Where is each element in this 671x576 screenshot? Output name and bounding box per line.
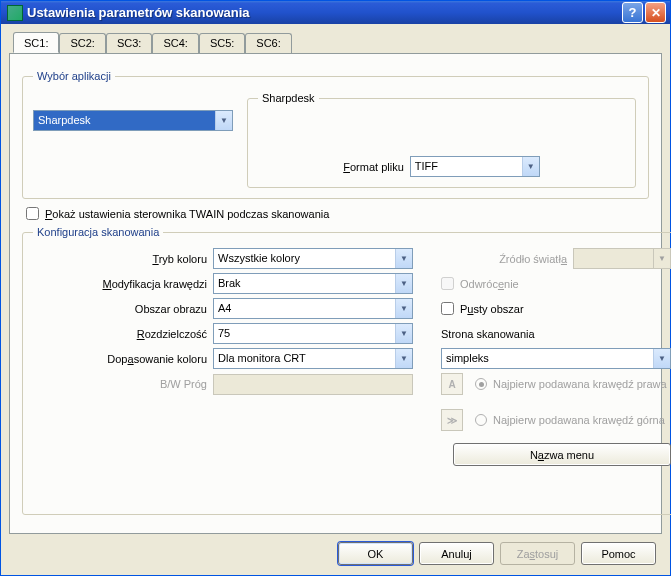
twain-checkbox[interactable] <box>26 207 39 220</box>
label-image-area: Obszar obrazu <box>33 303 213 315</box>
tab-sc6[interactable]: SC6: <box>245 33 291 54</box>
empty-area-checkbox[interactable] <box>441 302 454 315</box>
tab-page: Wybór aplikacji Sharpdesk ▼ Sharpdesk Fo… <box>9 53 662 534</box>
group-sharpdesk: Sharpdesk Format pliku TIFF ▼ <box>247 92 636 188</box>
ok-button[interactable]: OK <box>338 542 413 565</box>
dialog-footer: OK Anuluj Zastosuj Pomoc <box>9 534 662 565</box>
help-button[interactable]: Pomoc <box>581 542 656 565</box>
label-color-mode: Tryb koloru <box>33 253 213 265</box>
group-sharpdesk-legend: Sharpdesk <box>258 92 319 104</box>
tab-strip: SC1: SC2: SC3: SC4: SC5: SC6: <box>13 32 662 53</box>
resolution-select[interactable]: 75▼ <box>213 323 413 344</box>
client-area: SC1: SC2: SC3: SC4: SC5: SC6: Wybór apli… <box>1 24 670 575</box>
edge-mod-select[interactable]: Brak▼ <box>213 273 413 294</box>
chevron-down-icon: ▼ <box>395 349 412 368</box>
scan-side-select[interactable]: simpleks▼ <box>441 348 671 369</box>
chevron-down-icon: ▼ <box>653 249 670 268</box>
label-color-match: Dopasowanie koloru <box>33 353 213 365</box>
tab-sc2[interactable]: SC2: <box>59 33 105 54</box>
chevron-down-icon: ▼ <box>522 157 539 176</box>
chevron-down-icon: ▼ <box>395 299 412 318</box>
image-area-select[interactable]: A4▼ <box>213 298 413 319</box>
label-scan-side: Strona skanowania <box>441 328 535 340</box>
chevron-down-icon: ▼ <box>395 274 412 293</box>
window-title: Ustawienia parametrów skanowania <box>27 5 622 20</box>
tab-sc5[interactable]: SC5: <box>199 33 245 54</box>
chevron-down-icon: ▼ <box>215 111 232 130</box>
group-app-selection: Wybór aplikacji Sharpdesk ▼ Sharpdesk Fo… <box>22 70 649 199</box>
label-invert: Odwrócenie <box>460 278 519 290</box>
bw-threshold-input <box>213 374 413 395</box>
orientation-a-icon: A <box>441 373 463 395</box>
group-scan-config: Konfiguracja skanowania Tryb koloru Wszy… <box>22 226 671 515</box>
titlebar-help-button[interactable]: ? <box>622 2 643 23</box>
radio-feed-edge-top <box>475 414 487 426</box>
label-light-source: Źródło światła <box>499 253 567 265</box>
label-feed-edge-top: Najpierw podawana krawędź górna <box>493 414 665 426</box>
twain-checkbox-row: Pokaż ustawienia sterownika TWAIN podcza… <box>26 207 649 220</box>
titlebar[interactable]: Ustawienia parametrów skanowania ? ✕ <box>1 1 670 24</box>
label-feed-edge-right: Najpierw podawana krawędź prawa <box>493 378 667 390</box>
file-format-select[interactable]: TIFF ▼ <box>410 156 540 177</box>
tab-sc3[interactable]: SC3: <box>106 33 152 54</box>
tab-sc4[interactable]: SC4: <box>152 33 198 54</box>
radio-feed-edge-right <box>475 378 487 390</box>
label-edge-mod: Modyfikacja krawędzi <box>33 278 213 290</box>
group-scan-config-legend: Konfiguracja skanowania <box>33 226 163 238</box>
invert-checkbox <box>441 277 454 290</box>
orientation-b-icon: ≫ <box>441 409 463 431</box>
chevron-down-icon: ▼ <box>395 249 412 268</box>
label-empty-area: Pusty obszar <box>460 303 524 315</box>
label-resolution: Rozdzielczość <box>33 328 213 340</box>
chevron-down-icon: ▼ <box>395 324 412 343</box>
color-mode-select[interactable]: Wszystkie kolory▼ <box>213 248 413 269</box>
group-app-selection-legend: Wybór aplikacji <box>33 70 115 82</box>
tab-sc1[interactable]: SC1: <box>13 32 59 53</box>
twain-checkbox-label: Pokaż ustawienia sterownika TWAIN podcza… <box>45 208 329 220</box>
label-bw-threshold: B/W Próg <box>33 378 213 390</box>
menu-name-button[interactable]: Nazwa menu <box>453 443 671 466</box>
chevron-down-icon: ▼ <box>653 349 670 368</box>
cancel-button[interactable]: Anuluj <box>419 542 494 565</box>
color-match-select[interactable]: Dla monitora CRT▼ <box>213 348 413 369</box>
titlebar-close-button[interactable]: ✕ <box>645 2 666 23</box>
application-select[interactable]: Sharpdesk ▼ <box>33 110 233 131</box>
file-format-value: TIFF <box>411 157 522 176</box>
app-icon <box>7 5 23 21</box>
light-source-select: ▼ <box>573 248 671 269</box>
apply-button: Zastosuj <box>500 542 575 565</box>
feed-edge-right-row: A Najpierw podawana krawędź prawa <box>441 373 671 395</box>
dialog-window: Ustawienia parametrów skanowania ? ✕ SC1… <box>0 0 671 576</box>
file-format-label: Format pliku <box>343 161 404 173</box>
feed-edge-top-row: ≫ Najpierw podawana krawędź górna <box>441 409 671 431</box>
application-select-value: Sharpdesk <box>34 111 215 130</box>
